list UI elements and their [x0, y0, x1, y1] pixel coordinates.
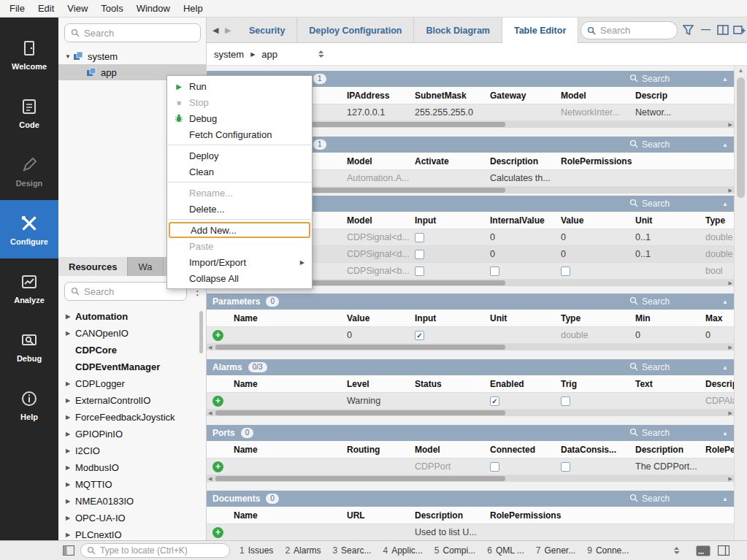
chevron-down-icon[interactable]: ▼ [63, 53, 73, 60]
tab-block-diagram[interactable]: Block Diagram [414, 18, 502, 43]
locator-input[interactable] [100, 545, 223, 556]
checkbox[interactable] [561, 396, 570, 406]
checkbox[interactable] [415, 250, 424, 259]
menu-file[interactable]: File [3, 1, 31, 16]
scroll-up-icon[interactable]: ▲ [735, 66, 747, 76]
scroll-left-icon[interactable]: ◀ [208, 344, 212, 350]
checkbox[interactable] [561, 266, 570, 276]
nav-back-icon[interactable]: ◀ [212, 26, 218, 35]
resource-item-nmea0183io[interactable]: ▶NMEA0183IO [58, 493, 206, 510]
activity-design[interactable]: Design [0, 142, 58, 200]
menu-edit[interactable]: Edit [31, 1, 61, 16]
vertical-scrollbar[interactable]: ▲ [734, 66, 747, 540]
context-menu-item-import-export[interactable]: Import/Export▶ [167, 254, 312, 270]
context-menu-item-collapse-all[interactable]: Collapse All [167, 270, 312, 286]
context-menu-item-delete[interactable]: Delete... [167, 201, 312, 217]
breadcrumb-item-app[interactable]: app [261, 49, 277, 60]
sort-icon[interactable] [318, 50, 324, 58]
checkbox[interactable] [561, 462, 570, 472]
explorer-search-input[interactable] [84, 28, 194, 39]
filter-icon[interactable] [683, 25, 694, 35]
horizontal-scrollbar[interactable]: ◀▶ [207, 344, 734, 350]
editor-search[interactable] [581, 21, 678, 39]
collapse-icon[interactable]: ▲ [722, 76, 728, 83]
activity-configure[interactable]: Configure [0, 200, 58, 258]
add-row-button[interactable]: + [212, 396, 223, 407]
resource-item-modbusio[interactable]: ▶ModbusIO [58, 459, 206, 476]
collapse-icon[interactable]: ▲ [722, 299, 728, 305]
terminal-icon[interactable] [696, 545, 710, 556]
activity-code[interactable]: Code [0, 83, 58, 142]
resource-item-externalcontrolio[interactable]: ▶ExternalControlIO [58, 392, 206, 409]
scroll-right-icon[interactable]: ▶ [729, 121, 732, 128]
menu-window[interactable]: Window [130, 1, 177, 16]
collapse-icon[interactable]: ▲ [722, 142, 728, 148]
resource-item-cdpeventmanager[interactable]: CDPEventManager [58, 358, 206, 375]
tab-table-editor[interactable]: Table Editor [502, 18, 578, 43]
locator[interactable] [80, 543, 230, 558]
resource-item-i2cio[interactable]: ▶I2CIO [58, 442, 206, 459]
resource-item-cdplogger[interactable]: ▶CDPLogger [58, 375, 206, 392]
resource-item-cdpcore[interactable]: CDPCore [58, 342, 206, 358]
context-menu-item-clean[interactable]: Clean [167, 164, 312, 180]
tree-item-system[interactable]: ▼system [58, 48, 206, 64]
scroll-right-icon[interactable]: ▶ [729, 187, 732, 193]
section-search-button[interactable]: Search [629, 428, 670, 439]
add-row-button[interactable]: + [212, 330, 223, 341]
activity-analyze[interactable]: Analyze [0, 258, 58, 317]
horizontal-scrollbar[interactable]: ◀▶ [207, 410, 734, 416]
tab-resources[interactable]: Resources [58, 257, 128, 276]
resource-item-mqttio[interactable]: ▶MQTTIO [58, 476, 206, 493]
section-search-button[interactable]: Search [629, 362, 670, 373]
activity-welcome[interactable]: Welcome [0, 25, 58, 83]
split-editor-icon[interactable] [717, 25, 729, 35]
panel-layout-icon[interactable] [718, 545, 729, 556]
scroll-right-icon[interactable]: ▶ [729, 280, 732, 286]
context-menu-item-deploy[interactable]: Deploy [167, 147, 312, 164]
section-search-button[interactable]: Search [629, 74, 670, 85]
collapse-icon[interactable]: ▲ [722, 201, 728, 207]
statusbar-button-compi[interactable]: 5Compi... [434, 545, 475, 556]
sidebar-toggle-icon[interactable] [63, 545, 74, 556]
scroll-left-icon[interactable]: ◀ [208, 475, 212, 482]
resource-item-automation[interactable]: ▶Automation [58, 308, 206, 325]
context-menu-item-run[interactable]: ▶Run [167, 78, 312, 94]
scrollbar-thumb[interactable] [737, 77, 745, 198]
checkbox[interactable] [415, 233, 424, 242]
tab-security[interactable]: Security [237, 18, 297, 43]
activity-debug[interactable]: Debug [0, 317, 58, 375]
section-search-button[interactable]: Search [629, 296, 670, 307]
collapse-icon[interactable]: ▲ [722, 364, 728, 371]
scroll-left-icon[interactable]: ◀ [208, 410, 212, 416]
scrollbar-thumb[interactable] [215, 476, 505, 481]
add-row-button[interactable]: + [212, 527, 223, 538]
checkbox[interactable]: ✓ [415, 331, 424, 340]
collapse-icon[interactable]: ▲ [722, 496, 728, 502]
section-search-button[interactable]: Search [629, 199, 670, 210]
checkbox[interactable] [490, 266, 499, 276]
statusbar-button-alarms[interactable]: 2Alarms [285, 545, 321, 556]
sort-icon[interactable] [673, 546, 680, 555]
activity-help[interactable]: Help [0, 375, 58, 434]
context-menu-item-add-new[interactable]: Add New... [169, 222, 310, 238]
scroll-right-icon[interactable]: ▶ [729, 344, 732, 350]
scroll-right-icon[interactable]: ▶ [729, 410, 732, 416]
editor-search-input[interactable] [600, 25, 671, 36]
statusbar-button-searc[interactable]: 3Searc... [332, 545, 371, 556]
section-search-button[interactable]: Search [629, 139, 670, 150]
horizontal-scrollbar[interactable]: ◀▶ [207, 475, 734, 482]
statusbar-button-issues[interactable]: 1Issues [240, 545, 273, 556]
menu-view[interactable]: View [61, 1, 94, 16]
resource-item-plcnextio[interactable]: ▶PLCnextIO [58, 526, 206, 540]
collapse-icon[interactable]: ▲ [722, 430, 728, 437]
statusbar-button-qml[interactable]: 6QML ... [487, 545, 524, 556]
section-search-button[interactable]: Search [629, 494, 670, 505]
explorer-search[interactable] [64, 23, 201, 42]
context-menu-item-paste[interactable]: Paste [167, 238, 312, 254]
open-window-icon[interactable] [733, 25, 746, 35]
tab-deploy-configuration[interactable]: Deploy Configuration [297, 18, 414, 43]
add-row-button[interactable]: + [212, 461, 223, 472]
resource-item-canopenio[interactable]: ▶CANOpenIO [58, 325, 206, 342]
scroll-right-icon[interactable]: ▶ [729, 475, 732, 482]
context-menu-item-rename[interactable]: Rename... [167, 185, 312, 201]
